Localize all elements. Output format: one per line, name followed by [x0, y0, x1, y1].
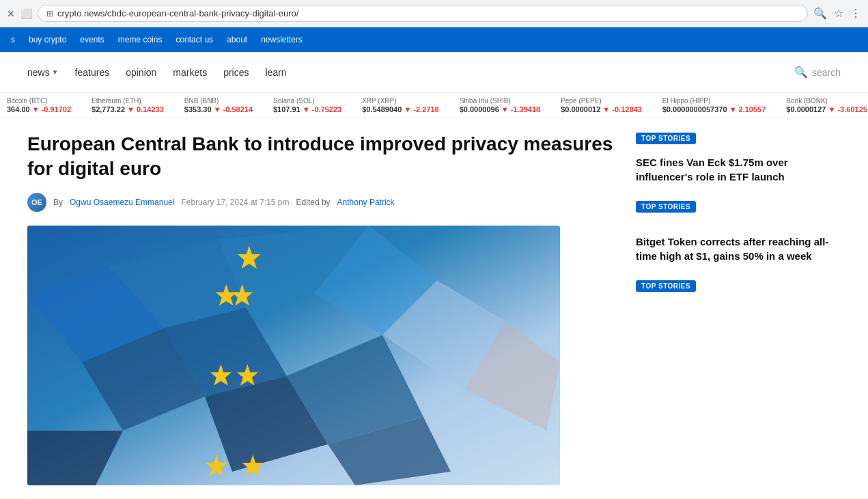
search-label[interactable]: search — [812, 67, 841, 78]
page-content: European Central Bank to introduce impro… — [0, 118, 868, 499]
ticker-sol-change: ▼ -0.75223 — [303, 105, 341, 113]
sidebar-story-1-link[interactable]: SEC fines Van Eck $1.75m over influencer… — [636, 157, 788, 183]
ticker-hipp-change: ▼ 2.10557 — [729, 105, 766, 113]
ticker-eth-change: ▼ 0.14233 — [127, 105, 164, 113]
browser-search-icon[interactable]: 🔍 — [813, 7, 827, 20]
close-tab-icon[interactable]: ✕ — [7, 8, 15, 19]
author-avatar: OE — [27, 193, 46, 212]
ticker-btc[interactable]: Bitcoin (BTC) 364.00 ▼ -0.91702 — [7, 97, 71, 113]
ticker-pepe[interactable]: Pepe (PEPE) $0.0000012 ▼ -0.12843 — [561, 97, 642, 113]
ticker-shib-name: Shiba Inu (SHIB) — [460, 97, 541, 105]
topbar-item-buy-crypto[interactable]: buy crypto — [29, 35, 66, 44]
ticker-bnb[interactable]: BNB (BNB) $353.30 ▼ -0.58214 — [184, 97, 253, 113]
price-ticker: Bitcoin (BTC) 364.00 ▼ -0.91702 Ethereum… — [0, 93, 868, 118]
ticker-eth-name: Ethereum (ETH) — [92, 97, 164, 105]
tabs-icon[interactable]: ⬜ — [20, 8, 32, 19]
top-stories-badge-1: TOP STORIES — [636, 133, 696, 144]
editor-link[interactable]: Anthony Patrick — [337, 198, 395, 207]
browser-star-icon[interactable]: ☆ — [834, 7, 843, 20]
ticker-bonk-name: Bonk (BONK) — [786, 97, 867, 105]
article-title: European Central Bank to introduce impro… — [27, 132, 615, 182]
article-meta: OE By Ogwu Osaemezu Emmanuel February 17… — [27, 193, 615, 212]
ticker-bonk-change: ▼ -3.60125 — [828, 105, 867, 113]
topbar-item-events[interactable]: events — [80, 35, 104, 44]
ticker-shib-price: $0.0000096 ▼ -1.39418 — [460, 105, 541, 113]
ticker-btc-price: 364.00 ▼ -0.91702 — [7, 105, 71, 113]
ticker-eth[interactable]: Ethereum (ETH) $2,773.22 ▼ 0.14233 — [92, 97, 164, 113]
site-icon: ⊞ — [46, 9, 53, 18]
topbar-item-newsletters[interactable]: newsletters — [261, 35, 303, 44]
eu-flag-image — [27, 226, 560, 485]
sidebar-story-1: SEC fines Van Eck $1.75m over influencer… — [636, 155, 841, 184]
top-bar: s buy crypto events meme coins contact u… — [0, 27, 868, 52]
sidebar-story-1-title[interactable]: SEC fines Van Eck $1.75m over influencer… — [636, 155, 841, 184]
featured-image: NEWS — [27, 226, 560, 485]
search-icon: 🔍 — [794, 66, 808, 79]
ticker-pepe-price: $0.0000012 ▼ -0.12843 — [561, 105, 642, 113]
topbar-item-about[interactable]: about — [227, 35, 247, 44]
sidebar-story-2-link[interactable]: Bitget Token corrects after reaching all… — [636, 236, 828, 262]
ticker-btc-change: ▼ -0.91702 — [32, 105, 71, 113]
ticker-sol[interactable]: Solana (SOL) $107.91 ▼ -0.75223 — [273, 97, 341, 113]
ticker-shib-change: ▼ -1.39418 — [501, 105, 540, 113]
ticker-pepe-change: ▼ -0.12843 — [602, 105, 641, 113]
ticker-xrp-price: $0.5489040 ▼ -2.2718 — [362, 105, 438, 113]
nav-item-markets[interactable]: markets — [173, 67, 207, 78]
url-text: crypto.news/cbdc-european-central-bank-p… — [57, 8, 298, 18]
topbar-item-contact-us[interactable]: contact us — [176, 35, 213, 44]
ticker-eth-price: $2,773.22 ▼ 0.14233 — [92, 105, 164, 113]
article-date: February 17, 2024 at 7:15 pm — [181, 198, 289, 207]
ticker-hipp-name: El Hippo (HIPP) — [662, 97, 766, 105]
ticker-btc-name: Bitcoin (BTC) — [7, 97, 71, 105]
ticker-sol-name: Solana (SOL) — [273, 97, 341, 105]
browser-chrome: ✕ ⬜ ⊞ crypto.news/cbdc-european-central-… — [0, 0, 868, 27]
nav-item-features[interactable]: features — [75, 67, 110, 78]
nav-item-opinion[interactable]: opinion — [126, 67, 156, 78]
nav-item-prices[interactable]: prices — [223, 67, 249, 78]
ticker-pepe-name: Pepe (PEPE) — [561, 97, 642, 105]
sidebar-story-2: Bitget Token corrects after reaching all… — [636, 234, 841, 263]
ticker-xrp-change: ▼ -2.2718 — [404, 105, 438, 113]
ticker-sol-price: $107.91 ▼ -0.75223 — [273, 105, 341, 113]
ticker-xrp[interactable]: XRP (XRP) $0.5489040 ▼ -2.2718 — [362, 97, 438, 113]
main-header: news ▼ features opinion markets prices l… — [0, 52, 868, 93]
ticker-xrp-name: XRP (XRP) — [362, 97, 438, 105]
ticker-bnb-price: $353.30 ▼ -0.58214 — [184, 105, 253, 113]
nav-item-learn[interactable]: learn — [266, 67, 287, 78]
ticker-bonk[interactable]: Bonk (BONK) $0.0000127 ▼ -3.60125 — [786, 97, 867, 113]
sidebar-story-2-title[interactable]: Bitget Token corrects after reaching all… — [636, 234, 841, 263]
sidebar: TOP STORIES SEC fines Van Eck $1.75m ove… — [636, 132, 841, 485]
browser-menu-icon[interactable]: ⋮ — [850, 7, 861, 20]
by-label: By — [53, 198, 63, 207]
nav-item-news[interactable]: news ▼ — [27, 67, 59, 78]
ticker-bnb-name: BNB (BNB) — [184, 97, 253, 105]
main-nav: news ▼ features opinion markets prices l… — [27, 67, 794, 78]
ticker-shib[interactable]: Shiba Inu (SHIB) $0.0000096 ▼ -1.39418 — [460, 97, 541, 113]
article-main: European Central Bank to introduce impro… — [27, 132, 615, 485]
topbar-item-s[interactable]: s — [11, 35, 15, 44]
browser-actions: 🔍 ☆ ⋮ — [813, 7, 861, 20]
url-bar[interactable]: ⊞ crypto.news/cbdc-european-central-bank… — [38, 5, 808, 22]
ticker-bnb-change: ▼ -0.58214 — [214, 105, 253, 113]
chevron-down-icon: ▼ — [52, 68, 59, 76]
ticker-bonk-price: $0.0000127 ▼ -3.60125 — [786, 105, 867, 113]
author-link[interactable]: Ogwu Osaemezu Emmanuel — [70, 198, 174, 207]
edited-by-label: Edited by — [296, 198, 331, 207]
top-stories-badge-2: TOP STORIES — [636, 201, 696, 213]
nav-news-link[interactable]: news — [27, 67, 50, 78]
topbar-item-meme-coins[interactable]: meme coins — [118, 35, 163, 44]
search-area[interactable]: 🔍 search — [794, 66, 841, 79]
ticker-hipp[interactable]: El Hippo (HIPP) $0.0000000057370 ▼ 2.105… — [662, 97, 766, 113]
top-stories-badge-3: TOP STORIES — [636, 280, 696, 292]
ticker-hipp-price: $0.0000000057370 ▼ 2.10557 — [662, 105, 766, 113]
